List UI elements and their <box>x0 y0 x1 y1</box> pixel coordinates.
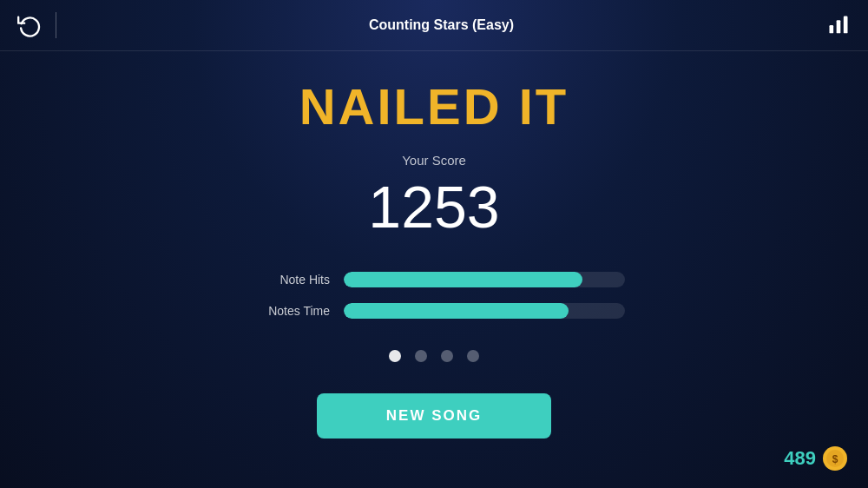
dot-2[interactable] <box>441 350 453 362</box>
dots-indicator <box>389 350 479 362</box>
dot-0[interactable] <box>389 350 401 362</box>
result-headline: NAILED IT <box>299 77 569 135</box>
dot-1[interactable] <box>415 350 427 362</box>
svg-text:$: $ <box>832 453 838 465</box>
coins-value: 489 <box>784 447 816 470</box>
song-title: Counting Stars (Easy) <box>56 17 826 33</box>
refresh-icon[interactable] <box>17 13 42 37</box>
stat-bar-fill <box>344 303 569 319</box>
stat-row: Note Hits <box>243 272 625 287</box>
svg-rect-0 <box>830 25 834 33</box>
bar-chart-icon[interactable] <box>826 13 851 37</box>
coins-container: 489 $ <box>784 446 847 471</box>
score-label: Your Score <box>402 153 466 168</box>
score-value: 1253 <box>368 173 499 241</box>
coin-icon: $ <box>823 446 847 471</box>
stat-bar-bg <box>344 272 625 287</box>
stats-container: Note Hits Notes Time <box>243 272 625 319</box>
new-song-button[interactable]: NEW SONG <box>317 393 551 439</box>
stat-bar-bg <box>344 303 625 319</box>
svg-rect-1 <box>837 20 841 33</box>
stat-label: Note Hits <box>243 273 330 287</box>
stat-row: Notes Time <box>243 303 625 319</box>
top-bar: Counting Stars (Easy) <box>0 0 868 51</box>
dot-3[interactable] <box>467 350 479 362</box>
svg-rect-2 <box>844 16 848 34</box>
stat-label: Notes Time <box>243 304 330 318</box>
main-content: NAILED IT Your Score 1253 Note Hits Note… <box>0 51 868 439</box>
top-bar-left <box>17 12 56 38</box>
stat-bar-fill <box>344 272 582 287</box>
